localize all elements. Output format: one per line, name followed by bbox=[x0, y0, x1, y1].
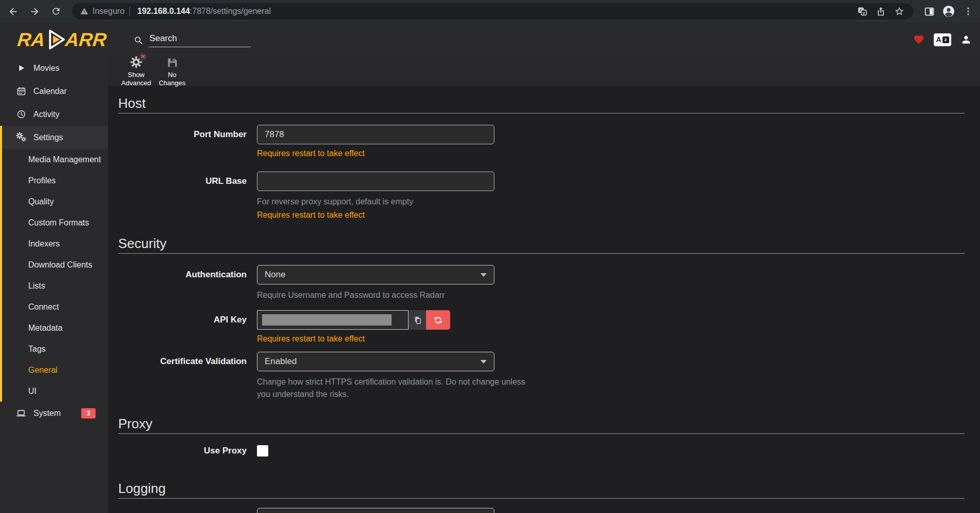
section-proxy: Proxy Use Proxy bbox=[118, 415, 965, 461]
sidebar-item-lists[interactable]: Lists bbox=[2, 275, 108, 296]
sidebar-item-media-management[interactable]: Media Management bbox=[2, 149, 108, 170]
sidebar-item-download-clients[interactable]: Download Clients bbox=[2, 254, 108, 275]
forward-icon bbox=[29, 6, 40, 17]
sidebar-item-label: Settings bbox=[33, 133, 63, 142]
authentication-select[interactable]: None bbox=[257, 265, 494, 284]
sidebar-item-calendar[interactable]: Calendar bbox=[0, 80, 108, 103]
section-title: Host bbox=[118, 95, 965, 111]
save-icon bbox=[167, 56, 178, 68]
url-base-label: URL Base bbox=[118, 172, 257, 191]
sidebar-item-label: Activity bbox=[33, 110, 60, 119]
use-proxy-label: Use Proxy bbox=[118, 441, 257, 461]
port-number-input[interactable] bbox=[257, 125, 494, 144]
sidebar-item-general[interactable]: General bbox=[2, 359, 108, 381]
side-panel-button[interactable] bbox=[920, 3, 938, 20]
main-content: ✕ Show Advanced No Changes Host Port Num… bbox=[108, 56, 980, 513]
sidebar-item-movies[interactable]: Movies bbox=[0, 56, 108, 80]
port-number-row: Port Number Requires restart to take eff… bbox=[118, 125, 965, 158]
section-divider bbox=[118, 433, 965, 434]
section-host: Host Port Number Requires restart to tak… bbox=[118, 95, 965, 220]
back-icon bbox=[8, 6, 19, 17]
authentication-row: Authentication None Require Username and… bbox=[118, 265, 965, 301]
caret-down-icon bbox=[480, 360, 487, 364]
url-base-input[interactable] bbox=[257, 172, 494, 191]
api-key-row: API Key Requires restart to take eff bbox=[118, 310, 965, 344]
sidebar-item-label: Movies bbox=[33, 64, 60, 73]
calendar-icon bbox=[15, 86, 27, 96]
log-level-select[interactable]: Info bbox=[257, 508, 494, 513]
share-button[interactable] bbox=[873, 4, 889, 19]
security-label[interactable]: Inseguro bbox=[93, 7, 124, 16]
api-key-redacted-value bbox=[262, 314, 392, 326]
sidebar-item-metadata[interactable]: Metadata bbox=[2, 317, 108, 338]
heart-icon bbox=[913, 34, 924, 45]
section-title: Proxy bbox=[118, 415, 965, 432]
reload-button[interactable] bbox=[47, 3, 65, 20]
browser-toolbar: Inseguro 192.168.0.144:7878/settings/gen… bbox=[0, 0, 980, 23]
section-title: Logging bbox=[118, 480, 965, 497]
back-button[interactable] bbox=[4, 3, 22, 20]
logo-text-left: RA bbox=[16, 30, 46, 49]
certificate-validation-label: Certificate Validation bbox=[118, 352, 257, 371]
sidebar-item-connect[interactable]: Connect bbox=[2, 296, 108, 317]
sidebar-item-custom-formats[interactable]: Custom Formats bbox=[2, 212, 108, 233]
show-advanced-label: Show Advanced bbox=[119, 71, 153, 88]
star-icon bbox=[894, 6, 904, 16]
authentication-help: Require Username and Password to access … bbox=[257, 289, 545, 301]
share-icon bbox=[876, 6, 886, 16]
url-text[interactable]: 192.168.0.144:7878/settings/general bbox=[137, 7, 271, 16]
show-advanced-button[interactable]: ✕ Show Advanced bbox=[119, 55, 153, 88]
browser-menu-button[interactable] bbox=[959, 3, 977, 20]
certificate-validation-value: Enabled bbox=[265, 356, 297, 367]
sidebar-item-profiles[interactable]: Profiles bbox=[2, 170, 108, 191]
api-key-input[interactable] bbox=[257, 310, 409, 330]
search-input[interactable] bbox=[149, 32, 251, 47]
forward-button[interactable] bbox=[26, 3, 43, 20]
search-icon bbox=[134, 35, 143, 45]
laptop-icon bbox=[15, 408, 27, 419]
no-changes-button[interactable]: No Changes bbox=[155, 55, 189, 88]
authentication-value: None bbox=[265, 270, 286, 280]
user-icon bbox=[960, 34, 972, 45]
sidebar-item-ui[interactable]: UI bbox=[2, 381, 108, 402]
refresh-icon bbox=[433, 315, 443, 325]
side-panel-icon bbox=[924, 6, 935, 17]
translate-a-glyph: A bbox=[936, 36, 941, 43]
regenerate-api-key-button[interactable] bbox=[426, 310, 450, 330]
sidebar-item-settings[interactable]: Settings bbox=[2, 126, 108, 149]
use-proxy-row: Use Proxy bbox=[118, 441, 965, 461]
play-logo-icon bbox=[43, 28, 67, 51]
logo-text-right: ARR bbox=[65, 30, 108, 49]
copy-api-key-button[interactable] bbox=[409, 310, 426, 330]
sidebar-item-activity[interactable]: Activity bbox=[0, 103, 108, 126]
profile-button[interactable] bbox=[940, 3, 957, 20]
radarr-logo[interactable]: RA ARR bbox=[17, 28, 107, 51]
sidebar-item-quality[interactable]: Quality bbox=[2, 191, 108, 212]
sidebar-item-system[interactable]: System 3 bbox=[0, 402, 108, 425]
page-toolbar: ✕ Show Advanced No Changes bbox=[108, 56, 980, 86]
reload-icon bbox=[51, 6, 61, 16]
global-search bbox=[134, 32, 251, 47]
use-proxy-checkbox[interactable] bbox=[257, 445, 268, 457]
translate-z-glyph: z bbox=[942, 36, 949, 43]
translate-page-button[interactable] bbox=[855, 4, 870, 19]
page-translate-button[interactable]: A z bbox=[934, 33, 951, 46]
section-title: Security bbox=[118, 235, 965, 252]
sidebar-item-tags[interactable]: Tags bbox=[2, 338, 108, 359]
copy-icon bbox=[413, 315, 422, 325]
api-key-label: API Key bbox=[118, 310, 257, 330]
sidebar-item-label: System bbox=[33, 409, 61, 418]
certificate-validation-select[interactable]: Enabled bbox=[257, 352, 494, 371]
sidebar-item-indexers[interactable]: Indexers bbox=[2, 233, 108, 254]
user-button[interactable] bbox=[960, 34, 972, 45]
url-base-row: URL Base For reverse proxy support, defa… bbox=[118, 172, 965, 220]
api-key-restart-warning: Requires restart to take effect bbox=[257, 334, 965, 344]
section-divider bbox=[118, 113, 965, 113]
address-bar[interactable]: Inseguro 192.168.0.144:7878/settings/gen… bbox=[72, 3, 913, 20]
section-logging: Logging Log Level Info bbox=[118, 480, 965, 513]
url-base-restart-warning: Requires restart to take effect bbox=[257, 211, 965, 220]
port-restart-warning: Requires restart to take effect bbox=[257, 149, 965, 158]
bookmark-button[interactable] bbox=[892, 4, 907, 19]
caret-down-icon bbox=[480, 273, 487, 277]
donate-button[interactable] bbox=[913, 34, 924, 45]
